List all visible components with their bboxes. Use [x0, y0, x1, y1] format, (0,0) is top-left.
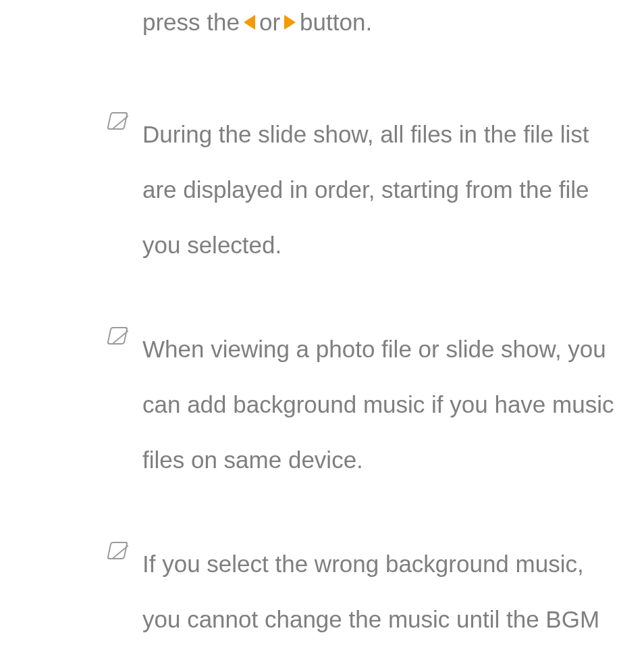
note-icon: [107, 542, 128, 559]
instruction-or: or: [259, 3, 280, 41]
note-item: If you select the wrong background music…: [142, 536, 624, 647]
note-icon: [107, 327, 128, 345]
note-icon: [107, 112, 128, 130]
note-text: If you select the wrong background music…: [142, 551, 599, 632]
instruction-suffix: button.: [300, 3, 372, 41]
note-item: When viewing a photo file or slide show,…: [142, 322, 624, 488]
instruction-line: press the or button.: [142, 3, 644, 41]
instruction-prefix: press the: [142, 3, 240, 41]
note-text: During the slide show, all files in the …: [142, 121, 589, 258]
note-item: During the slide show, all files in the …: [142, 107, 624, 273]
manual-page: press the or button. During the slide sh…: [0, 0, 644, 660]
left-arrow-icon: [244, 15, 255, 30]
right-arrow-icon: [284, 15, 296, 30]
note-text: When viewing a photo file or slide show,…: [142, 336, 614, 473]
